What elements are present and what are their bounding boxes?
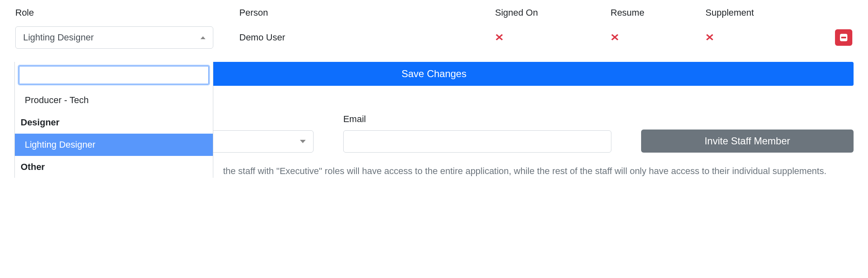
email-group: Email	[343, 114, 611, 153]
table-header: Role Person Signed On Resume Supplement	[14, 4, 854, 26]
chevron-down-icon	[300, 140, 306, 143]
caret-up-icon	[200, 36, 205, 39]
dropdown-group-label: Other	[15, 156, 213, 178]
header-signed-on: Signed On	[495, 7, 538, 18]
role-select[interactable]: Lighting Designer	[15, 26, 213, 49]
x-icon: ✕	[610, 32, 619, 43]
dropdown-group-label: Designer	[15, 111, 213, 134]
invite-button[interactable]: Invite Staff Member	[641, 130, 854, 153]
role-select-value: Lighting Designer	[23, 32, 94, 43]
help-text: the staff with "Executive" roles will ha…	[196, 164, 854, 178]
table-row: Lighting Designer Demo User ✕ ✕ ✕	[14, 26, 854, 53]
email-field[interactable]	[343, 130, 611, 153]
x-icon: ✕	[495, 32, 504, 43]
role-dropdown: Producer - TechDesignerLighting Designer…	[14, 62, 213, 178]
dropdown-item[interactable]: Producer - Tech	[15, 89, 213, 111]
remove-button[interactable]	[835, 29, 852, 46]
header-supplement: Supplement	[705, 7, 754, 18]
header-role: Role	[15, 7, 34, 18]
dropdown-search-input[interactable]	[19, 66, 209, 84]
email-label: Email	[343, 114, 611, 125]
header-resume: Resume	[611, 7, 644, 18]
dropdown-item[interactable]: Lighting Designer	[15, 134, 213, 156]
minus-icon	[840, 34, 847, 41]
person-name: Demo User	[239, 32, 285, 42]
header-person: Person	[239, 7, 268, 18]
x-icon: ✕	[705, 32, 714, 43]
